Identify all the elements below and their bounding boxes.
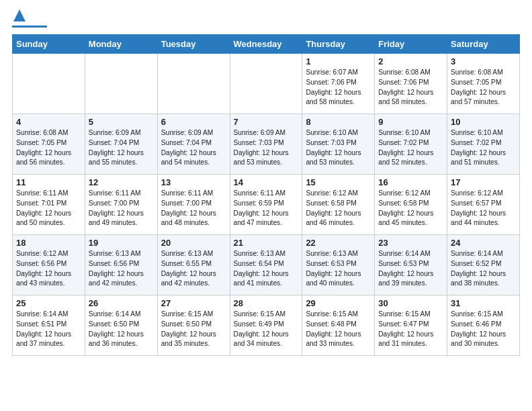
col-header-saturday: Saturday (447, 35, 520, 54)
day-cell: 19Sunrise: 6:13 AM Sunset: 6:56 PM Dayli… (85, 235, 157, 295)
day-detail: Sunrise: 6:09 AM Sunset: 7:04 PM Dayligh… (89, 128, 154, 168)
logo (12, 12, 47, 28)
day-number: 26 (89, 298, 154, 308)
day-cell: 4Sunrise: 6:08 AM Sunset: 7:05 PM Daylig… (13, 114, 85, 175)
day-number: 10 (451, 117, 516, 127)
day-cell: 1Sunrise: 6:07 AM Sunset: 7:06 PM Daylig… (302, 54, 375, 114)
day-number: 20 (161, 238, 226, 248)
day-cell: 17Sunrise: 6:12 AM Sunset: 6:57 PM Dayli… (447, 175, 520, 235)
day-number: 7 (234, 117, 299, 127)
day-cell: 29Sunrise: 6:15 AM Sunset: 6:48 PM Dayli… (302, 295, 375, 356)
calendar-table: SundayMondayTuesdayWednesdayThursdayFrid… (12, 34, 520, 356)
day-number: 14 (234, 177, 299, 187)
day-cell: 31Sunrise: 6:15 AM Sunset: 6:46 PM Dayli… (447, 295, 520, 356)
day-detail: Sunrise: 6:13 AM Sunset: 6:56 PM Dayligh… (89, 249, 154, 289)
day-detail: Sunrise: 6:15 AM Sunset: 6:48 PM Dayligh… (306, 310, 371, 349)
day-detail: Sunrise: 6:13 AM Sunset: 6:54 PM Dayligh… (234, 249, 299, 289)
day-detail: Sunrise: 6:12 AM Sunset: 6:56 PM Dayligh… (16, 249, 81, 289)
day-cell: 11Sunrise: 6:11 AM Sunset: 7:01 PM Dayli… (13, 175, 85, 235)
day-detail: Sunrise: 6:14 AM Sunset: 6:51 PM Dayligh… (16, 310, 81, 349)
day-number: 24 (451, 238, 516, 248)
day-detail: Sunrise: 6:12 AM Sunset: 6:58 PM Dayligh… (378, 189, 443, 228)
day-detail: Sunrise: 6:08 AM Sunset: 7:05 PM Dayligh… (451, 68, 516, 107)
day-detail: Sunrise: 6:11 AM Sunset: 7:00 PM Dayligh… (89, 189, 154, 228)
col-header-wednesday: Wednesday (230, 35, 302, 54)
day-cell: 22Sunrise: 6:13 AM Sunset: 6:53 PM Dayli… (302, 235, 375, 295)
day-cell: 3Sunrise: 6:08 AM Sunset: 7:05 PM Daylig… (447, 54, 520, 114)
day-detail: Sunrise: 6:10 AM Sunset: 7:02 PM Dayligh… (378, 128, 443, 168)
day-number: 5 (89, 117, 154, 127)
day-cell: 23Sunrise: 6:14 AM Sunset: 6:53 PM Dayli… (375, 235, 447, 295)
day-detail: Sunrise: 6:15 AM Sunset: 6:49 PM Dayligh… (234, 310, 299, 349)
day-cell (85, 54, 157, 114)
day-number: 6 (161, 117, 226, 127)
week-row-1: 1Sunrise: 6:07 AM Sunset: 7:06 PM Daylig… (13, 54, 520, 114)
day-cell (13, 54, 85, 114)
week-row-3: 11Sunrise: 6:11 AM Sunset: 7:01 PM Dayli… (13, 175, 520, 235)
day-detail: Sunrise: 6:10 AM Sunset: 7:03 PM Dayligh… (306, 128, 371, 168)
day-cell: 20Sunrise: 6:13 AM Sunset: 6:55 PM Dayli… (157, 235, 230, 295)
day-detail: Sunrise: 6:15 AM Sunset: 6:50 PM Dayligh… (161, 310, 226, 349)
day-detail: Sunrise: 6:11 AM Sunset: 7:01 PM Dayligh… (16, 189, 81, 228)
day-number: 11 (16, 177, 81, 187)
day-cell: 25Sunrise: 6:14 AM Sunset: 6:51 PM Dayli… (13, 295, 85, 356)
day-detail: Sunrise: 6:13 AM Sunset: 6:55 PM Dayligh… (161, 249, 226, 289)
day-detail: Sunrise: 6:09 AM Sunset: 7:04 PM Dayligh… (161, 128, 226, 168)
day-detail: Sunrise: 6:15 AM Sunset: 6:46 PM Dayligh… (451, 310, 516, 349)
day-cell: 9Sunrise: 6:10 AM Sunset: 7:02 PM Daylig… (375, 114, 447, 175)
day-cell: 7Sunrise: 6:09 AM Sunset: 7:03 PM Daylig… (230, 114, 302, 175)
day-detail: Sunrise: 6:12 AM Sunset: 6:58 PM Dayligh… (306, 189, 371, 228)
day-cell: 16Sunrise: 6:12 AM Sunset: 6:58 PM Dayli… (375, 175, 447, 235)
day-cell: 2Sunrise: 6:08 AM Sunset: 7:06 PM Daylig… (375, 54, 447, 114)
day-detail: Sunrise: 6:11 AM Sunset: 6:59 PM Dayligh… (234, 189, 299, 228)
day-number: 12 (89, 177, 154, 187)
day-detail: Sunrise: 6:12 AM Sunset: 6:57 PM Dayligh… (451, 189, 516, 228)
header (12, 12, 520, 28)
day-detail: Sunrise: 6:14 AM Sunset: 6:52 PM Dayligh… (451, 249, 516, 289)
calendar-page: SundayMondayTuesdayWednesdayThursdayFrid… (0, 0, 532, 365)
day-detail: Sunrise: 6:11 AM Sunset: 7:00 PM Dayligh… (161, 189, 226, 228)
week-row-4: 18Sunrise: 6:12 AM Sunset: 6:56 PM Dayli… (13, 235, 520, 295)
day-detail: Sunrise: 6:14 AM Sunset: 6:53 PM Dayligh… (378, 249, 443, 289)
day-number: 2 (378, 56, 443, 66)
day-number: 4 (16, 117, 81, 127)
day-number: 13 (161, 177, 226, 187)
day-number: 3 (451, 56, 516, 66)
day-cell: 28Sunrise: 6:15 AM Sunset: 6:49 PM Dayli… (230, 295, 302, 356)
day-number: 27 (161, 298, 226, 308)
day-cell: 24Sunrise: 6:14 AM Sunset: 6:52 PM Dayli… (447, 235, 520, 295)
day-detail: Sunrise: 6:08 AM Sunset: 7:06 PM Dayligh… (378, 68, 443, 107)
day-detail: Sunrise: 6:09 AM Sunset: 7:03 PM Dayligh… (234, 128, 299, 168)
day-detail: Sunrise: 6:07 AM Sunset: 7:06 PM Dayligh… (306, 68, 371, 107)
day-cell: 15Sunrise: 6:12 AM Sunset: 6:58 PM Dayli… (302, 175, 375, 235)
day-detail: Sunrise: 6:14 AM Sunset: 6:50 PM Dayligh… (89, 310, 154, 349)
day-number: 22 (306, 238, 371, 248)
day-cell: 8Sunrise: 6:10 AM Sunset: 7:03 PM Daylig… (302, 114, 375, 175)
day-number: 19 (89, 238, 154, 248)
day-detail: Sunrise: 6:10 AM Sunset: 7:02 PM Dayligh… (451, 128, 516, 168)
day-cell: 13Sunrise: 6:11 AM Sunset: 7:00 PM Dayli… (157, 175, 230, 235)
day-cell: 18Sunrise: 6:12 AM Sunset: 6:56 PM Dayli… (13, 235, 85, 295)
day-number: 9 (378, 117, 443, 127)
col-header-monday: Monday (85, 35, 157, 54)
day-number: 30 (378, 298, 443, 308)
day-number: 21 (234, 238, 299, 248)
day-cell (157, 54, 230, 114)
day-number: 17 (451, 177, 516, 187)
day-detail: Sunrise: 6:15 AM Sunset: 6:47 PM Dayligh… (378, 310, 443, 349)
day-number: 1 (306, 56, 371, 66)
col-header-friday: Friday (375, 35, 447, 54)
day-cell: 21Sunrise: 6:13 AM Sunset: 6:54 PM Dayli… (230, 235, 302, 295)
svg-marker-0 (13, 9, 26, 21)
day-number: 18 (16, 238, 81, 248)
day-number: 29 (306, 298, 371, 308)
week-row-5: 25Sunrise: 6:14 AM Sunset: 6:51 PM Dayli… (13, 295, 520, 356)
day-number: 23 (378, 238, 443, 248)
col-header-sunday: Sunday (13, 35, 85, 54)
day-number: 25 (16, 298, 81, 308)
day-cell: 26Sunrise: 6:14 AM Sunset: 6:50 PM Dayli… (85, 295, 157, 356)
day-cell: 5Sunrise: 6:09 AM Sunset: 7:04 PM Daylig… (85, 114, 157, 175)
day-cell: 14Sunrise: 6:11 AM Sunset: 6:59 PM Dayli… (230, 175, 302, 235)
day-number: 15 (306, 177, 371, 187)
day-cell: 12Sunrise: 6:11 AM Sunset: 7:00 PM Dayli… (85, 175, 157, 235)
